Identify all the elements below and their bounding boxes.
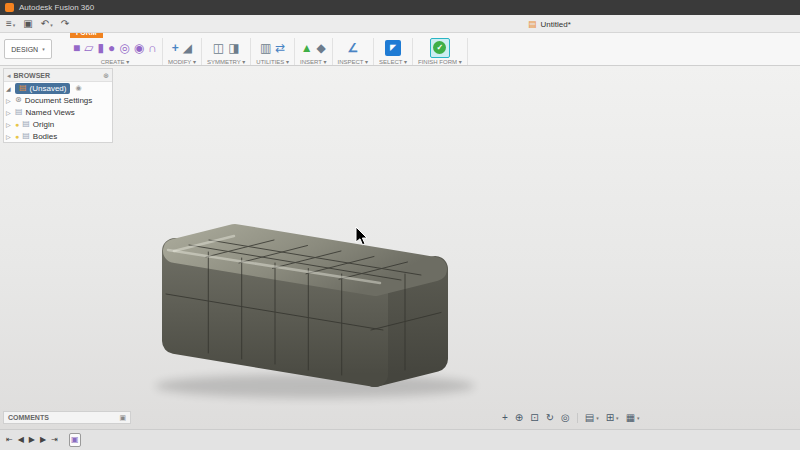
- divider: [577, 413, 578, 423]
- group-label-create[interactable]: CREATE ▾: [101, 58, 130, 65]
- comments-title: COMMENTS: [8, 414, 119, 421]
- go-to-end-icon[interactable]: ⇥: [51, 436, 58, 444]
- fit-icon[interactable]: ⊡: [530, 413, 538, 423]
- cylinder-primitive-icon[interactable]: ▮: [97, 42, 104, 54]
- grid-and-snaps-icon[interactable]: ⊞▾: [606, 413, 619, 423]
- toolbar-group-inspect: ∠ INSPECT ▾: [333, 38, 375, 65]
- expander-icon[interactable]: ▷: [6, 109, 12, 116]
- chevron-down-icon: ▾: [50, 22, 53, 28]
- step-forward-icon[interactable]: ▶: [40, 436, 46, 444]
- group-label-utilities[interactable]: UTILITIES ▾: [256, 58, 289, 65]
- sphere-primitive-icon[interactable]: ●: [108, 42, 115, 54]
- chevron-down-icon: ▾: [637, 415, 640, 421]
- edit-form-icon[interactable]: +: [172, 42, 179, 54]
- tree-label: Bodies: [33, 132, 57, 141]
- fusion-logo-icon: [5, 3, 14, 12]
- browser-settings-icon[interactable]: ⊛: [103, 72, 109, 79]
- form-feature-marker[interactable]: ▣: [69, 433, 81, 447]
- pipe-primitive-icon[interactable]: ∩: [148, 42, 157, 54]
- group-label-symmetry[interactable]: SYMMETRY ▾: [207, 58, 245, 65]
- workspace-switcher[interactable]: DESIGN ▾: [4, 39, 52, 59]
- orbit-icon[interactable]: ↻: [546, 413, 554, 423]
- comments-expand-icon[interactable]: ▣: [119, 414, 126, 421]
- toolbar-group-modify: + ◢ MODIFY ▾: [163, 38, 202, 65]
- quick-access-toolbar: ≡▾ ▣ ↶▾ ↷ ▤ Untitled*: [0, 15, 800, 33]
- save-icon[interactable]: ▣: [23, 19, 32, 29]
- folder-icon: ▤: [22, 120, 30, 128]
- browser-header: ◂ BROWSER ⊛: [4, 69, 112, 82]
- document-icon: ▤: [528, 19, 537, 29]
- form-marker-glyph: ▣: [71, 436, 79, 444]
- toolbar-group-create: ■ ▱ ▮ ● ◎ ◉ ∩ CREATE ▾: [68, 38, 163, 65]
- finish-form-icon[interactable]: ✓: [430, 38, 450, 58]
- browser-panel: ◂ BROWSER ⊛ ◢ ▤ (Unsaved) ◉ ▷ ⊛ Document…: [3, 68, 113, 143]
- toolbar-group-utilities: ▥ ⇄ UTILITIES ▾: [251, 38, 295, 65]
- mirror-internal-icon[interactable]: ◫: [213, 42, 224, 54]
- plane-primitive-icon[interactable]: ▱: [84, 42, 93, 54]
- comments-bar[interactable]: COMMENTS ▣: [3, 411, 131, 424]
- visibility-bulb-icon[interactable]: ●: [15, 121, 19, 128]
- settings-icon: ⊛: [15, 96, 22, 104]
- app-title: Autodesk Fusion 360: [19, 3, 94, 12]
- look-at-icon[interactable]: ◎: [561, 413, 570, 423]
- insert-mesh-icon[interactable]: ▲: [301, 42, 313, 54]
- toolbar-group-select: ◤ SELECT ▾: [374, 38, 413, 65]
- chevron-down-icon: ▾: [13, 22, 16, 28]
- file-menu-icon[interactable]: ≡▾: [6, 19, 15, 29]
- measure-icon[interactable]: ∠: [347, 42, 358, 54]
- mouse-cursor: [355, 226, 369, 246]
- group-label-modify[interactable]: MODIFY ▾: [168, 58, 196, 65]
- expander-icon[interactable]: ▷: [6, 133, 12, 140]
- toolbar-group-insert: ▲ ◆ INSERT ▾: [295, 38, 332, 65]
- torus-primitive-icon[interactable]: ◎: [119, 42, 129, 54]
- crease-icon[interactable]: ◢: [183, 42, 192, 54]
- tree-label: Document Settings: [25, 96, 93, 105]
- document-title: Untitled*: [541, 20, 571, 29]
- tree-label: Named Views: [26, 108, 75, 117]
- collapse-panel-icon[interactable]: ◂: [7, 72, 11, 79]
- go-to-start-icon[interactable]: ⇤: [6, 436, 13, 444]
- toolbar-group-finish-form: ✓ FINISH FORM ▾: [413, 38, 468, 65]
- document-icon: ▤: [19, 84, 27, 92]
- box-primitive-icon[interactable]: ■: [73, 42, 80, 54]
- tree-row-root[interactable]: ◢ ▤ (Unsaved) ◉: [4, 82, 112, 94]
- select-icon[interactable]: ◤: [385, 40, 401, 56]
- pan-glyph: +: [502, 413, 508, 423]
- display-mode-icon[interactable]: ▥: [260, 42, 271, 54]
- cursor-glyph: ◤: [390, 43, 396, 52]
- play-icon[interactable]: ▶: [29, 436, 35, 444]
- group-label-select[interactable]: SELECT ▾: [379, 58, 407, 65]
- tree-row-origin[interactable]: ▷ ● ▤ Origin: [4, 118, 112, 130]
- circular-internal-icon[interactable]: ◨: [228, 42, 239, 54]
- zoom-icon[interactable]: ⊕: [515, 413, 523, 423]
- group-label-inspect[interactable]: INSPECT ▾: [338, 58, 369, 65]
- visibility-bulb-icon[interactable]: ●: [15, 133, 19, 140]
- expander-icon[interactable]: ▷: [6, 121, 12, 128]
- expander-icon[interactable]: ◢: [6, 85, 12, 92]
- group-label-finish-form[interactable]: FINISH FORM ▾: [418, 58, 462, 65]
- pan-icon[interactable]: +: [502, 413, 508, 423]
- viewports-icon[interactable]: ▦▾: [626, 413, 640, 423]
- tree-row-bodies[interactable]: ▷ ● ▤ Bodies: [4, 130, 112, 142]
- undo-icon[interactable]: ↶▾: [41, 19, 53, 29]
- step-back-icon[interactable]: ◀: [18, 436, 24, 444]
- convert-icon[interactable]: ⇄: [275, 42, 285, 54]
- root-node-selected[interactable]: ▤ (Unsaved): [15, 83, 70, 94]
- quadball-primitive-icon[interactable]: ◉: [134, 42, 144, 54]
- chevron-down-icon: ▾: [616, 415, 619, 421]
- activate-radio-icon[interactable]: ◉: [75, 84, 81, 92]
- folder-icon: ▤: [22, 132, 30, 140]
- display-glyph: ▤: [585, 413, 594, 423]
- root-node-label: (Unsaved): [30, 84, 67, 93]
- redo-icon[interactable]: ↷: [61, 19, 69, 29]
- group-label-insert[interactable]: INSERT ▾: [300, 58, 326, 65]
- document-tab[interactable]: ▤ Untitled*: [528, 15, 571, 33]
- tree-row-named-views[interactable]: ▷ ▤ Named Views: [4, 106, 112, 118]
- tspline-body-model[interactable]: [130, 206, 490, 406]
- expander-icon[interactable]: ▷: [6, 97, 12, 104]
- toolbar-group-symmetry: ◫ ◨ SYMMETRY ▾: [202, 38, 251, 65]
- tree-row-document-settings[interactable]: ▷ ⊛ Document Settings: [4, 94, 112, 106]
- viewport-canvas[interactable]: [0, 66, 800, 429]
- insert-reference-icon[interactable]: ◆: [317, 42, 326, 54]
- display-settings-icon[interactable]: ▤▾: [585, 413, 599, 423]
